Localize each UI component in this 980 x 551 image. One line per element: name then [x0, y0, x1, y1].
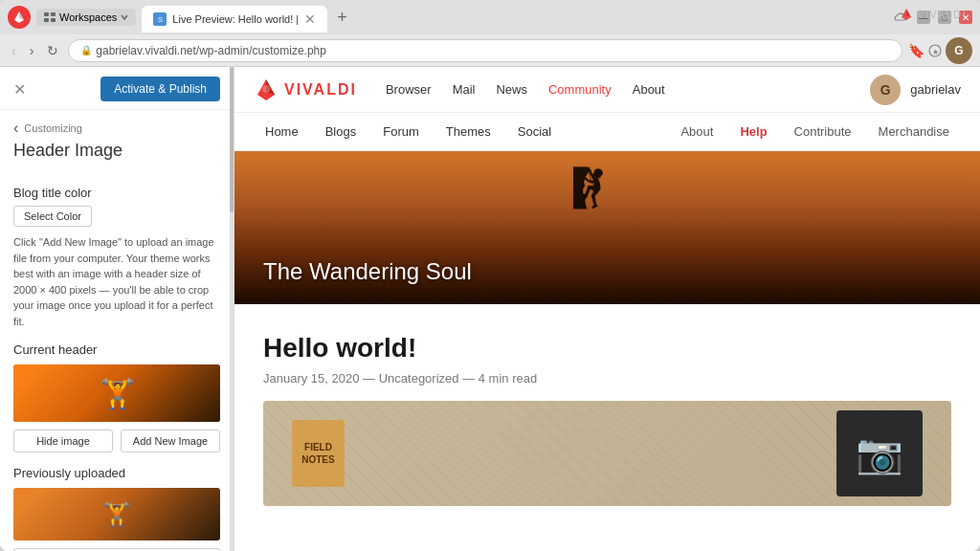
customizer-panel: ✕ Activate & Publish ‹ Customizing Heade…	[0, 67, 234, 551]
add-new-image-button[interactable]: Add New Image	[121, 430, 220, 452]
address-bar: ‹ › ↻ 🔒 gabrielav.vivaldi.net/wp-admin/c…	[0, 34, 980, 67]
back-button[interactable]: ‹	[8, 41, 20, 60]
camera-element: 📷	[836, 410, 923, 496]
select-color-button[interactable]: Select Color	[13, 206, 92, 227]
sec-nav-merchandise[interactable]: Merchandise	[867, 119, 961, 144]
sec-nav-contribute[interactable]: Contribute	[783, 119, 863, 144]
article-title: Hello world!	[263, 333, 951, 364]
activate-publish-button[interactable]: Activate & Publish	[100, 77, 220, 101]
site-nav-right: G gabrielav	[870, 75, 961, 105]
nav-link-about[interactable]: About	[623, 77, 675, 102]
site-user-avatar[interactable]: G	[870, 75, 901, 105]
sec-nav-home[interactable]: Home	[254, 119, 310, 144]
nav-link-news[interactable]: News	[486, 77, 537, 102]
hero-title: The Wandering Soul	[263, 258, 472, 285]
hide-image-button[interactable]: Hide image	[13, 430, 113, 452]
site-logo: VIVALDI	[254, 77, 357, 102]
user-avatar-header[interactable]: G	[946, 37, 972, 64]
site-nav-links: Browser Mail News Community About	[376, 77, 870, 102]
new-tab-button[interactable]: +	[333, 8, 351, 28]
browser-window: VIVALDI Workspaces S Live Preview: Hello…	[0, 0, 980, 551]
svg-text:★: ★	[932, 48, 939, 56]
bookmark-button[interactable]: 🔖	[908, 43, 924, 58]
panel-close-button[interactable]: ✕	[13, 80, 26, 99]
chevron-down-icon	[121, 13, 128, 21]
secondary-nav-right: About Help Contribute Merchandise	[669, 119, 961, 144]
current-header-label: Current header	[13, 342, 220, 357]
browser-branding: VIVALDI	[900, 8, 967, 21]
address-text: gabrielav.vivaldi.net/wp-admin/customize…	[96, 44, 326, 57]
tab-favicon: S	[153, 12, 167, 26]
sec-nav-forum[interactable]: Forum	[371, 119, 431, 144]
current-header-thumbnail: 🏋	[13, 364, 220, 422]
svg-rect-3	[51, 18, 56, 22]
content-area: ✕ Activate & Publish ‹ Customizing Heade…	[0, 67, 980, 551]
helper-text: Click "Add New Image" to upload an image…	[13, 234, 220, 329]
breadcrumb-row: ‹ Customizing	[0, 110, 234, 137]
vivaldi-icon	[900, 8, 913, 21]
vivaldi-brand-text: VIVALDI	[917, 9, 967, 20]
secondary-navigation: Home Blogs Forum Themes Social About Hel…	[234, 113, 980, 151]
browser-tab[interactable]: S Live Preview: Hello world! | ✕	[142, 6, 327, 33]
hero-figure: 🧗	[570, 165, 618, 210]
workspaces-label: Workspaces	[59, 11, 117, 23]
svg-rect-2	[44, 18, 49, 22]
previously-uploaded-label: Previously uploaded	[13, 466, 220, 480]
tab-title: Live Preview: Hello world! |	[172, 13, 299, 25]
sec-nav-about[interactable]: About	[669, 119, 724, 144]
site-user-name[interactable]: gabrielav	[910, 82, 961, 97]
site-navigation: VIVALDI Browser Mail News Community Abou…	[234, 67, 980, 113]
svg-rect-0	[44, 12, 49, 16]
sec-nav-social[interactable]: Social	[506, 119, 563, 144]
nav-link-browser[interactable]: Browser	[376, 77, 441, 102]
breadcrumb: Customizing	[24, 122, 82, 134]
panel-header: ✕ Activate & Publish	[0, 67, 234, 110]
vivaldi-logo[interactable]	[8, 6, 31, 29]
tab-close-button[interactable]: ✕	[304, 11, 316, 27]
svg-point-6	[262, 85, 270, 93]
reload-button[interactable]: ↻	[43, 41, 62, 60]
svg-rect-1	[51, 12, 56, 16]
address-actions: 🔖 ★ G	[908, 37, 972, 64]
address-input[interactable]: 🔒 gabrielav.vivaldi.net/wp-admin/customi…	[68, 39, 902, 62]
blog-title-color-label: Blog title color	[13, 186, 220, 200]
panel-body: Blog title color Select Color Click "Add…	[0, 172, 234, 551]
sec-nav-themes[interactable]: Themes	[434, 119, 502, 144]
sec-nav-help[interactable]: Help	[728, 119, 778, 144]
site-logo-text: VIVALDI	[284, 81, 357, 99]
extension-icon: ★	[928, 44, 942, 57]
web-content: VIVALDI Browser Mail News Community Abou…	[234, 67, 980, 551]
scroll-thumb	[230, 67, 234, 212]
article-meta: January 15, 2020 — Uncategorized — 4 min…	[263, 371, 951, 386]
prev-thumb-icon: 🏋	[102, 501, 131, 528]
nav-link-mail[interactable]: Mail	[443, 77, 485, 102]
article-area: Hello world! January 15, 2020 — Uncatego…	[234, 304, 980, 525]
article-image: 📷 FIELDNOTES	[263, 401, 951, 506]
header-thumb-image: 🏋	[13, 364, 220, 422]
scroll-indicator[interactable]	[230, 67, 234, 551]
forward-button[interactable]: ›	[26, 41, 38, 60]
previously-uploaded-thumbnail: 🏋	[13, 488, 220, 540]
lock-icon: 🔒	[80, 45, 92, 55]
sec-nav-blogs[interactable]: Blogs	[314, 119, 368, 144]
header-button-row: Hide image Add New Image	[13, 430, 220, 452]
notebook-element: FIELDNOTES	[292, 420, 345, 487]
site-vivaldi-logo	[254, 77, 278, 102]
title-bar: Workspaces S Live Preview: Hello world! …	[0, 0, 980, 34]
nav-link-community[interactable]: Community	[539, 77, 621, 102]
hero-image: 🧗 The Wandering Soul	[234, 151, 980, 304]
section-title: Header Image	[0, 137, 234, 172]
back-nav-button[interactable]: ‹	[13, 120, 18, 137]
workspaces-icon	[44, 12, 56, 22]
workspaces-button[interactable]: Workspaces	[36, 9, 136, 26]
